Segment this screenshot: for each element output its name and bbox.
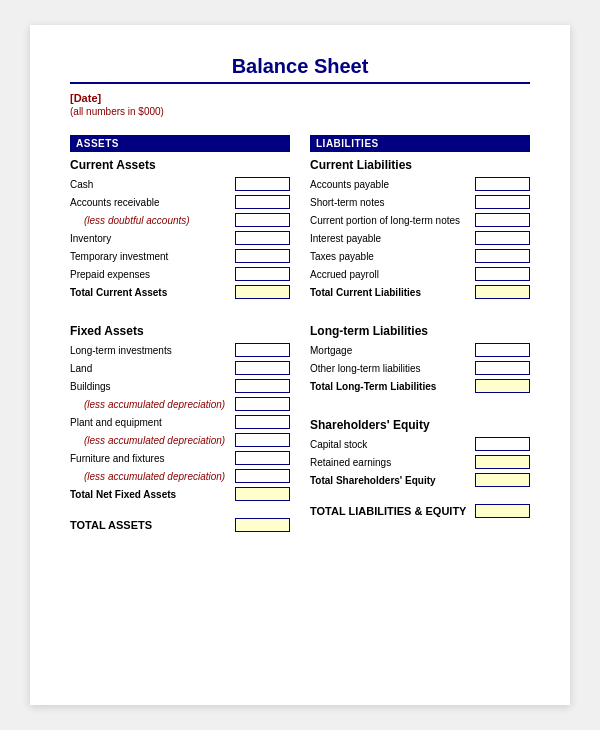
prepaid-expenses-input[interactable] [235, 267, 290, 281]
short-term-notes-input[interactable] [475, 195, 530, 209]
total-current-liabilities-input[interactable] [475, 285, 530, 299]
accounts-payable-input[interactable] [475, 177, 530, 191]
total-current-assets-row: Total Current Assets [70, 284, 290, 300]
total-longterm-liabilities-label: Total Long-Term Liabilities [310, 381, 475, 392]
row-label: Temporary investment [70, 251, 235, 262]
row-label: Capital stock [310, 439, 475, 450]
list-item: Short-term notes [310, 194, 530, 210]
assets-column: ASSETS Current Assets Cash Accounts rece… [70, 135, 290, 532]
plant-equipment-input[interactable] [235, 415, 290, 429]
list-item: Furniture and fixtures [70, 450, 290, 466]
total-fixed-assets-input[interactable] [235, 487, 290, 501]
list-item: (less accumulated depreciation) [70, 432, 290, 448]
taxes-payable-input[interactable] [475, 249, 530, 263]
fixed-assets-title: Fixed Assets [70, 324, 290, 338]
row-label: Cash [70, 179, 235, 190]
list-item: Inventory [70, 230, 290, 246]
list-item: Retained earnings [310, 454, 530, 470]
doubtful-accounts-input[interactable] [235, 213, 290, 227]
current-assets-title: Current Assets [70, 158, 290, 172]
list-item: (less doubtful accounts) [70, 212, 290, 228]
total-current-liabilities-row: Total Current Liabilities [310, 284, 530, 300]
list-item: Mortgage [310, 342, 530, 358]
current-portion-input[interactable] [475, 213, 530, 227]
row-label: Short-term notes [310, 197, 475, 208]
interest-payable-input[interactable] [475, 231, 530, 245]
liabilities-column: LIABILITIES Current Liabilities Accounts… [310, 135, 530, 532]
total-current-assets-input[interactable] [235, 285, 290, 299]
list-item: Accrued payroll [310, 266, 530, 282]
list-item: Taxes payable [310, 248, 530, 264]
row-label: Accrued payroll [310, 269, 475, 280]
row-label: Buildings [70, 381, 235, 392]
total-liabilities-equity-row: TOTAL LIABILITIES & EQUITY [310, 500, 530, 518]
row-label: Interest payable [310, 233, 475, 244]
total-current-assets-label: Total Current Assets [70, 287, 235, 298]
mortgage-input[interactable] [475, 343, 530, 357]
list-item: Capital stock [310, 436, 530, 452]
longterm-liabilities-title: Long-term Liabilities [310, 324, 530, 338]
date-field: [Date] [70, 92, 530, 104]
total-fixed-assets-row: Total Net Fixed Assets [70, 486, 290, 502]
other-longterm-input[interactable] [475, 361, 530, 375]
balance-sheet-page: Balance Sheet [Date] (all numbers in $00… [30, 25, 570, 705]
cash-input[interactable] [235, 177, 290, 191]
accounts-receivable-input[interactable] [235, 195, 290, 209]
buildings-depreciation-input[interactable] [235, 397, 290, 411]
row-label: Prepaid expenses [70, 269, 235, 280]
list-item: Buildings [70, 378, 290, 394]
subtitle-text: (all numbers in $000) [70, 106, 530, 117]
furniture-input[interactable] [235, 451, 290, 465]
list-item: Prepaid expenses [70, 266, 290, 282]
spacer [310, 302, 530, 322]
capital-stock-input[interactable] [475, 437, 530, 451]
row-label-indent: (less doubtful accounts) [70, 215, 235, 226]
current-liabilities-title: Current Liabilities [310, 158, 530, 172]
page-title: Balance Sheet [70, 55, 530, 78]
inventory-input[interactable] [235, 231, 290, 245]
list-item: (less accumulated depreciation) [70, 468, 290, 484]
row-label: Retained earnings [310, 457, 475, 468]
accrued-payroll-input[interactable] [475, 267, 530, 281]
total-liabilities-equity-label: TOTAL LIABILITIES & EQUITY [310, 505, 466, 517]
list-item: Interest payable [310, 230, 530, 246]
list-item: Temporary investment [70, 248, 290, 264]
row-label: Mortgage [310, 345, 475, 356]
row-label: Inventory [70, 233, 235, 244]
list-item: Cash [70, 176, 290, 192]
row-label: Land [70, 363, 235, 374]
list-item: Long-term investments [70, 342, 290, 358]
assets-header: ASSETS [70, 135, 290, 152]
temp-investment-input[interactable] [235, 249, 290, 263]
row-label: Plant and equipment [70, 417, 235, 428]
row-label: Taxes payable [310, 251, 475, 262]
total-assets-input[interactable] [235, 518, 290, 532]
row-label: Long-term investments [70, 345, 235, 356]
list-item: Accounts payable [310, 176, 530, 192]
plant-depreciation-input[interactable] [235, 433, 290, 447]
total-fixed-assets-label: Total Net Fixed Assets [70, 489, 235, 500]
total-longterm-liabilities-row: Total Long-Term Liabilities [310, 378, 530, 394]
list-item: Accounts receivable [70, 194, 290, 210]
main-content: ASSETS Current Assets Cash Accounts rece… [70, 135, 530, 532]
longterm-investments-input[interactable] [235, 343, 290, 357]
total-liabilities-equity-input[interactable] [475, 504, 530, 518]
list-item: Land [70, 360, 290, 376]
liabilities-header: LIABILITIES [310, 135, 530, 152]
furniture-depreciation-input[interactable] [235, 469, 290, 483]
total-equity-row: Total Shareholders' Equity [310, 472, 530, 488]
row-label: Other long-term liabilities [310, 363, 475, 374]
land-input[interactable] [235, 361, 290, 375]
row-label: Furniture and fixtures [70, 453, 235, 464]
list-item: (less accumulated depreciation) [70, 396, 290, 412]
title-divider [70, 82, 530, 84]
total-longterm-liabilities-input[interactable] [475, 379, 530, 393]
total-equity-input[interactable] [475, 473, 530, 487]
total-current-liabilities-label: Total Current Liabilities [310, 287, 475, 298]
total-assets-label: TOTAL ASSETS [70, 519, 152, 531]
retained-earnings-input[interactable] [475, 455, 530, 469]
accounts-payable-label: Accounts payable [310, 179, 475, 190]
row-label: Current portion of long-term notes [310, 215, 475, 226]
total-equity-label: Total Shareholders' Equity [310, 475, 475, 486]
buildings-input[interactable] [235, 379, 290, 393]
